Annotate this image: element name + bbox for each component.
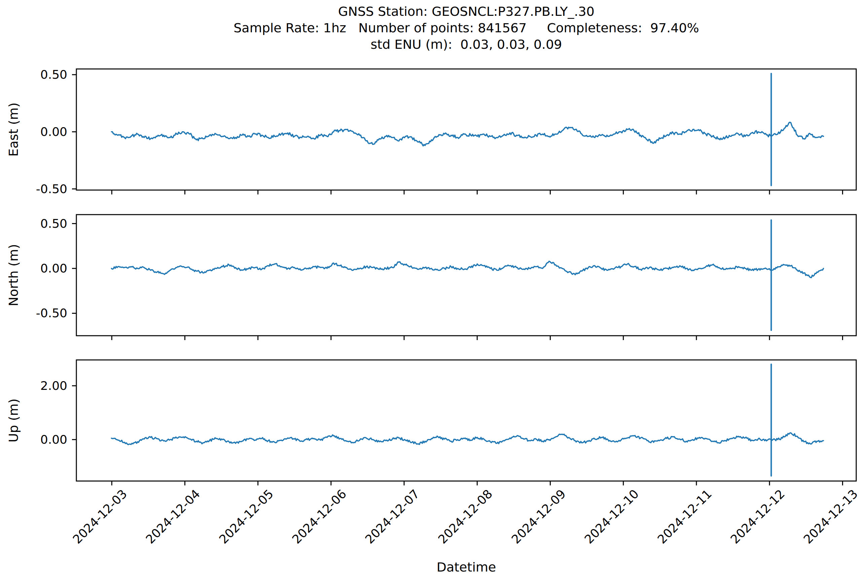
chart-title-line-1: GNSS Station: GEOSNCL:P327.PB.LY_.30	[76, 3, 856, 20]
y-axis-label-east: East (m)	[5, 69, 22, 190]
data-line-up	[111, 433, 823, 445]
plot-area-north	[71, 213, 861, 341]
x-tick-label: 2024-12-12	[704, 487, 787, 570]
chart-title-line-2: Sample Rate: 1hz Number of points: 84156…	[76, 20, 856, 36]
gnss-timeseries-figure: GNSS Station: GEOSNCL:P327.PB.LY_.30 Sam…	[0, 0, 868, 588]
axes-frame-up	[76, 360, 856, 481]
chart-title-block: GNSS Station: GEOSNCL:P327.PB.LY_.30 Sam…	[76, 3, 856, 53]
x-tick-label: 2024-12-10	[558, 487, 641, 570]
x-tick-label: 2024-12-03	[46, 487, 130, 570]
x-tick-label: 2024-12-09	[485, 487, 568, 570]
x-axis-label: Datetime	[76, 560, 856, 575]
x-tick-label: 2024-12-05	[192, 487, 276, 570]
y-axis-label-up: Up (m)	[5, 360, 22, 481]
plot-area-east	[71, 67, 861, 195]
y-axis-label-north: North (m)	[5, 215, 22, 336]
axes-frame-north	[76, 215, 856, 336]
axes-frame-east	[76, 69, 856, 190]
x-tick-label: 2024-12-11	[631, 487, 714, 570]
chart-title-line-3: std ENU (m): 0.03, 0.03, 0.09	[76, 36, 856, 53]
data-line-north	[111, 261, 823, 278]
x-tick-label: 2024-12-06	[266, 487, 349, 570]
x-tick-label: 2024-12-07	[339, 487, 422, 570]
x-tick-label: 2024-12-13	[777, 487, 860, 570]
data-line-east	[111, 122, 823, 146]
x-tick-label: 2024-12-08	[412, 487, 495, 570]
x-tick-label: 2024-12-04	[120, 487, 202, 570]
plot-area-up	[71, 358, 861, 486]
